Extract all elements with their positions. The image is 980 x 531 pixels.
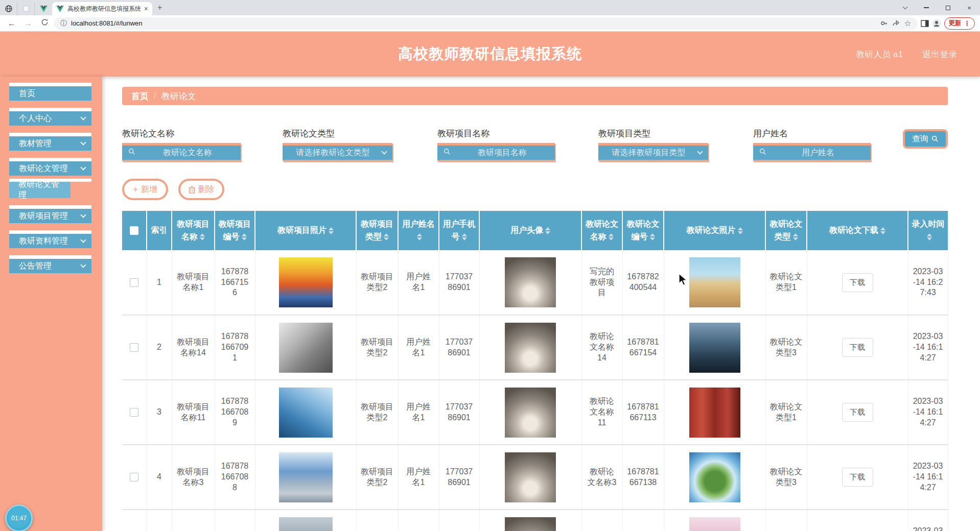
sidebar-menu: 首页个人中心教材管理教研论文管理教研论文管理教研项目管理教研资料管理公告管理 [9, 77, 91, 273]
download-button[interactable]: 下载 [842, 403, 873, 422]
menu-separator [9, 133, 91, 136]
sidebar-item-textbook-management[interactable]: 教材管理 [9, 136, 91, 151]
sidebar-item-paper-management[interactable]: 教研论文管理 [9, 161, 91, 176]
side-panel-icon[interactable] [921, 19, 929, 28]
col-project_img[interactable]: 教研项目照片 [255, 211, 356, 250]
col-paper_no[interactable]: 教研论文编号 [622, 211, 664, 250]
download-button[interactable]: 下载 [842, 273, 873, 292]
pinned-tab-blank[interactable] [17, 2, 35, 15]
sidebar-item-paper-management-sub[interactable]: 教研论文管理 [9, 182, 71, 198]
share-icon[interactable] [892, 19, 900, 27]
select-all-checkbox[interactable] [130, 226, 138, 235]
sort-desc-icon [200, 237, 205, 240]
sort-arrows-icon[interactable] [927, 233, 932, 240]
sidebar-item-project-management[interactable]: 教研项目管理 [9, 209, 91, 223]
forward-button[interactable]: → [21, 19, 35, 28]
project_name-cell: 教研项目名称11 [172, 380, 215, 445]
url-bar[interactable]: ⓘ localhost:8081/#/lunwen ☆ [54, 17, 918, 30]
sidebar-item-personal-center[interactable]: 个人中心 [9, 111, 91, 126]
row-checkbox[interactable] [130, 408, 138, 417]
sort-arrows-icon[interactable] [329, 227, 334, 234]
sort-arrows-icon[interactable] [384, 233, 389, 240]
filter-group-paper-type: 教研论文类型请选择教研论文类型 [283, 128, 392, 161]
user_phone-cell [439, 510, 479, 531]
reload-button[interactable] [38, 18, 51, 28]
row-checkbox[interactable] [130, 473, 138, 481]
paper_name-cell [581, 510, 622, 531]
pinned-tab-globe[interactable] [0, 2, 17, 15]
new-tab-button[interactable]: + [157, 3, 162, 12]
col-project_name[interactable]: 教研项目名称 [172, 211, 215, 250]
close-window-button[interactable]: × [959, 0, 980, 15]
sidebar-item-label: 教研论文管理 [19, 163, 81, 174]
tab-close-icon[interactable]: × [144, 5, 148, 13]
row-checkbox[interactable] [130, 343, 138, 352]
sort-desc-icon [927, 237, 932, 240]
tab-search-button[interactable] [894, 0, 916, 15]
download-button[interactable]: 下载 [842, 468, 873, 487]
delete-button[interactable]: 删除 [178, 179, 224, 200]
sort-asc-icon [927, 233, 932, 236]
col-paper_name[interactable]: 教研论文名称 [581, 211, 622, 250]
download-button[interactable]: 下载 [842, 338, 873, 357]
select-paper-type[interactable]: 请选择教研论文类型 [283, 143, 392, 161]
row-checkbox[interactable] [130, 278, 138, 287]
table-body: 1教研项目名称11678781667156教研项目类型2用户姓名11770378… [122, 250, 948, 531]
minimize-button[interactable] [916, 0, 937, 15]
sort-arrows-icon[interactable] [793, 233, 798, 240]
sort-desc-icon [462, 237, 467, 240]
logout-link[interactable]: 退出登录 [922, 49, 957, 60]
user-name-input[interactable]: 用户姓名 [753, 143, 871, 161]
site-info-icon[interactable]: ⓘ [60, 19, 67, 28]
breadcrumb: 首页 / 教研论文 [122, 87, 948, 105]
sidebar-item-material-management[interactable]: 教研资料管理 [9, 234, 91, 248]
sort-arrows-icon[interactable] [545, 227, 550, 234]
sort-arrows-icon[interactable] [417, 233, 422, 240]
col-paper_type[interactable]: 教研论文类型 [765, 211, 807, 250]
sort-arrows-icon[interactable] [880, 227, 885, 234]
chrome-update-button[interactable]: 更新 ⋮ [944, 17, 975, 30]
search-button[interactable]: 查询 [903, 129, 948, 149]
maximize-button[interactable] [937, 0, 959, 15]
clock-widget[interactable]: 01:47 [5, 504, 33, 531]
check-cell [122, 510, 147, 531]
add-button[interactable]: + 新增 [122, 179, 168, 200]
paper_type-cell: 教研论文类型1 [765, 250, 807, 315]
select-project-type[interactable]: 请选择教研项目类型 [598, 143, 708, 161]
profile-avatar-icon[interactable] [932, 19, 941, 28]
sort-arrows-icon[interactable] [200, 233, 205, 240]
back-button[interactable]: ← [5, 19, 18, 28]
col-user_phone[interactable]: 用户手机号 [439, 211, 479, 250]
col-paper_img[interactable]: 教研论文照片 [664, 211, 765, 250]
project_img-cell [255, 250, 356, 315]
sort-arrows-icon[interactable] [650, 233, 655, 240]
paper-name-input[interactable]: 教研论文名称 [122, 143, 241, 161]
project_type-cell: 教研项目类型2 [356, 445, 398, 510]
password-key-icon[interactable] [880, 19, 888, 27]
col-download[interactable]: 教研论文下载 [807, 211, 908, 250]
browser-tab-active[interactable]: 高校教师教研信息填报系统 × [52, 2, 152, 15]
input-placeholder: 用户姓名 [772, 148, 865, 158]
project-name-input[interactable]: 教研项目名称 [437, 143, 555, 161]
col-project_type[interactable]: 教研项目类型 [356, 211, 398, 250]
sort-arrows-icon[interactable] [462, 233, 467, 240]
bookmark-star-icon[interactable]: ☆ [904, 18, 911, 28]
col-project_no[interactable]: 教研项目编号 [215, 211, 255, 250]
user_phone-cell: 17703786901 [439, 445, 479, 510]
avatar-cell [479, 510, 581, 531]
pinned-tab-vue[interactable] [35, 2, 52, 15]
sidebar-item-home[interactable]: 首页 [9, 86, 91, 101]
breadcrumb-home[interactable]: 首页 [131, 90, 149, 102]
sort-asc-icon [242, 233, 247, 236]
col-user_name[interactable]: 用户姓名 [398, 211, 439, 250]
sort-arrows-icon[interactable] [242, 233, 247, 240]
sort-arrows-icon[interactable] [609, 233, 614, 240]
table-row: 下载2023-03-14 16:14:27 [122, 510, 948, 531]
url-text[interactable]: localhost:8081/#/lunwen [71, 19, 876, 27]
sidebar-item-notice-management[interactable]: 公告管理 [9, 259, 91, 273]
kebab-menu-icon[interactable]: ⋮ [964, 19, 971, 27]
index-cell: 2 [147, 315, 172, 380]
col-time[interactable]: 录入时间 [908, 211, 948, 250]
sort-arrows-icon[interactable] [738, 227, 743, 234]
col-avatar[interactable]: 用户头像 [479, 211, 581, 250]
